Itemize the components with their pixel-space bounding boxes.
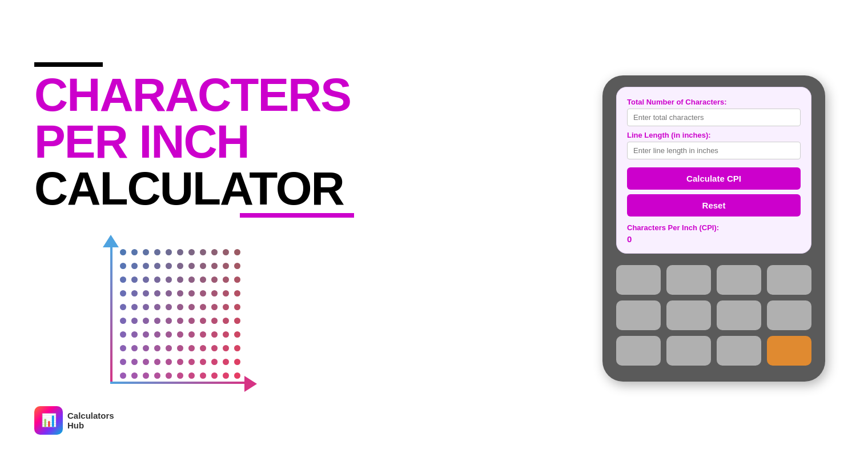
dot bbox=[188, 331, 195, 338]
dot bbox=[177, 372, 183, 379]
dot bbox=[211, 318, 218, 324]
dot bbox=[223, 331, 229, 338]
dot bbox=[166, 359, 172, 365]
keypad-button-4[interactable] bbox=[616, 300, 661, 330]
dot bbox=[211, 304, 218, 310]
dot bbox=[211, 276, 218, 283]
title-line3: CALCULATOR bbox=[34, 165, 344, 212]
dot bbox=[131, 263, 138, 269]
title-line2: PER INCH bbox=[34, 118, 594, 165]
dot bbox=[131, 372, 138, 379]
result-value: 0 bbox=[627, 234, 801, 244]
dot bbox=[211, 263, 218, 269]
dot bbox=[143, 318, 149, 324]
keypad-button-9[interactable] bbox=[666, 336, 711, 366]
dot bbox=[188, 304, 195, 310]
dot bbox=[223, 249, 229, 255]
keypad-button-7[interactable] bbox=[767, 300, 811, 330]
dot bbox=[188, 249, 195, 255]
dot bbox=[131, 331, 138, 338]
dot bbox=[223, 263, 229, 269]
left-section: CHARACTERS PER INCH CALCULATOR 📊 Calcula… bbox=[34, 51, 594, 406]
dot bbox=[154, 276, 160, 283]
dot bbox=[166, 331, 172, 338]
dot bbox=[200, 249, 206, 255]
dot bbox=[200, 345, 206, 351]
dot bbox=[177, 359, 183, 365]
dot bbox=[223, 359, 229, 365]
line-length-input[interactable] bbox=[627, 142, 801, 159]
dot bbox=[154, 359, 160, 365]
dot bbox=[177, 331, 183, 338]
dot bbox=[143, 290, 149, 296]
dot bbox=[177, 345, 183, 351]
calculate-button[interactable]: Calculate CPI bbox=[627, 167, 801, 190]
dot bbox=[200, 290, 206, 296]
dot bbox=[154, 331, 160, 338]
dot bbox=[166, 290, 172, 296]
dot bbox=[177, 276, 183, 283]
calculator-screen: Total Number of Characters: Line Length … bbox=[616, 87, 811, 254]
keypad bbox=[616, 265, 811, 366]
dot bbox=[188, 276, 195, 283]
dot bbox=[234, 359, 240, 365]
dot bbox=[120, 318, 126, 324]
keypad-button-6[interactable] bbox=[717, 300, 761, 330]
dot bbox=[154, 345, 160, 351]
keypad-button-11[interactable] bbox=[767, 336, 811, 366]
calculator-device: Total Number of Characters: Line Length … bbox=[602, 75, 825, 382]
logo-icon: 📊 bbox=[34, 406, 63, 435]
dot bbox=[120, 345, 126, 351]
dot bbox=[211, 331, 218, 338]
reset-button[interactable]: Reset bbox=[627, 194, 801, 217]
dot bbox=[234, 372, 240, 379]
keypad-button-5[interactable] bbox=[666, 300, 711, 330]
dot bbox=[211, 359, 218, 365]
dot bbox=[131, 318, 138, 324]
dot bbox=[120, 263, 126, 269]
dot bbox=[120, 249, 126, 255]
dot bbox=[154, 249, 160, 255]
dot bbox=[120, 372, 126, 379]
dot bbox=[143, 276, 149, 283]
dot bbox=[234, 276, 240, 283]
dot bbox=[188, 359, 195, 365]
logo[interactable]: 📊 Calculators Hub bbox=[34, 406, 114, 435]
total-characters-input[interactable] bbox=[627, 109, 801, 126]
keypad-button-10[interactable] bbox=[717, 336, 761, 366]
dot bbox=[200, 263, 206, 269]
keypad-button-3[interactable] bbox=[767, 265, 811, 295]
keypad-button-2[interactable] bbox=[717, 265, 761, 295]
dot bbox=[143, 372, 149, 379]
dot bbox=[200, 331, 206, 338]
dot bbox=[200, 359, 206, 365]
dot bbox=[188, 263, 195, 269]
dot bbox=[143, 331, 149, 338]
dot bbox=[234, 304, 240, 310]
logo-text-line1: Calculators bbox=[67, 411, 114, 420]
dot bbox=[166, 276, 172, 283]
dot bbox=[131, 276, 138, 283]
keypad-button-0[interactable] bbox=[616, 265, 661, 295]
dot bbox=[143, 304, 149, 310]
dot bbox=[154, 263, 160, 269]
dot bbox=[166, 345, 172, 351]
dot bbox=[120, 331, 126, 338]
dot bbox=[166, 263, 172, 269]
keypad-button-1[interactable] bbox=[666, 265, 711, 295]
dot bbox=[188, 290, 195, 296]
dot bbox=[166, 372, 172, 379]
dot bbox=[234, 331, 240, 338]
dot bbox=[143, 263, 149, 269]
dot bbox=[131, 249, 138, 255]
x-axis-arrow bbox=[244, 376, 257, 392]
dot bbox=[223, 345, 229, 351]
title-block: CHARACTERS PER INCH CALCULATOR bbox=[34, 62, 594, 218]
dot-grid bbox=[120, 249, 244, 385]
dot bbox=[223, 276, 229, 283]
right-section: Total Number of Characters: Line Length … bbox=[594, 75, 834, 382]
dot bbox=[143, 249, 149, 255]
dot bbox=[120, 276, 126, 283]
black-bar-decoration bbox=[34, 62, 103, 67]
keypad-button-8[interactable] bbox=[616, 336, 661, 366]
